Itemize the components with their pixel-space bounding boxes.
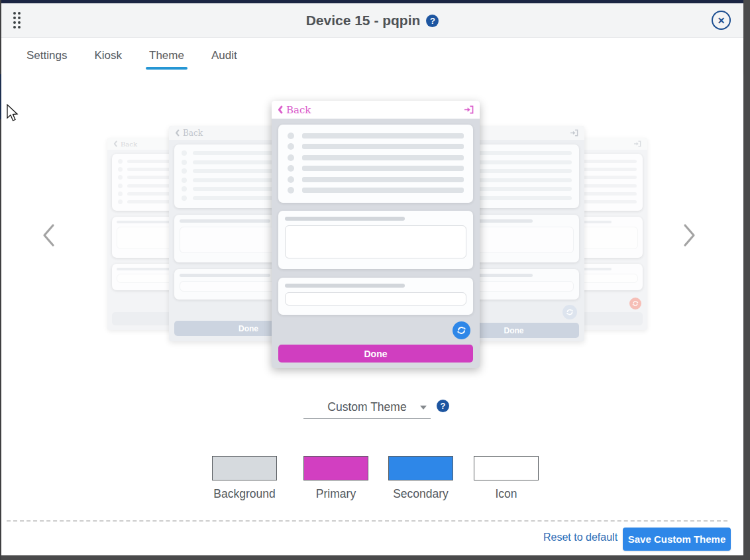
tab-audit[interactable]: Audit: [210, 39, 239, 72]
swatch-primary-box[interactable]: [303, 456, 368, 480]
tab-settings[interactable]: Settings: [25, 39, 68, 72]
modal-header: Device 15 - pqpin ? ✕: [1, 3, 743, 38]
swatch-background-box[interactable]: [212, 456, 277, 480]
swatch-background-label: Background: [212, 487, 277, 501]
skeleton-title: [285, 217, 405, 221]
chevron-left-icon: [175, 129, 180, 137]
title-wrap: Device 15 - pqpin ?: [1, 3, 743, 38]
theme-carousel: Back: [1, 73, 743, 384]
skeleton-title: [117, 221, 170, 223]
chevron-left-icon: [278, 105, 284, 114]
preview-done-button: Done: [278, 345, 473, 363]
chevron-down-icon: [420, 406, 427, 410]
preview-input: [285, 292, 466, 306]
skeleton-title: [117, 268, 170, 270]
chevron-left-icon: [40, 222, 57, 249]
sign-in-icon: [633, 140, 641, 147]
swatch-background: Background: [212, 456, 277, 501]
refresh-icon: [453, 321, 470, 339]
save-custom-theme-button[interactable]: Save Custom Theme: [623, 528, 731, 551]
refresh-icon: [629, 298, 641, 309]
preview-field-card: [278, 278, 473, 315]
swatch-icon-box[interactable]: [474, 456, 539, 480]
theme-panel: Back: [1, 73, 743, 555]
close-icon[interactable]: ✕: [712, 11, 731, 30]
preview-header: Back: [272, 101, 480, 119]
preview-body: Done: [272, 119, 480, 368]
swatch-row: Background Primary Secondary Icon: [1, 456, 743, 509]
chevron-right-icon: [681, 222, 698, 249]
reset-to-default-link[interactable]: Reset to default: [543, 532, 617, 543]
theme-selector-block: Custom Theme ?: [303, 396, 431, 419]
refresh-icon: [562, 305, 577, 319]
skeleton-row: [288, 188, 464, 194]
skeleton-title: [180, 274, 270, 277]
page-title: Device 15 - pqpin: [306, 13, 421, 28]
skeleton-row: [288, 155, 464, 162]
skeleton-row: [288, 144, 464, 150]
theme-preview-active[interactable]: Back: [272, 101, 480, 368]
sign-in-icon: [570, 129, 578, 137]
preview-back-button: Back: [278, 104, 311, 116]
screen: Device 15 - pqpin ? ✕ Settings Kiosk The…: [0, 0, 750, 560]
carousel-prev-button[interactable]: [40, 222, 57, 251]
footer-divider: [7, 520, 727, 522]
skeleton-row: [288, 166, 464, 172]
carousel-next-button[interactable]: [681, 222, 698, 251]
skeleton-title: [180, 219, 270, 223]
chevron-left-icon: [113, 140, 118, 147]
page-bottom-strip: [0, 555, 750, 560]
swatch-primary-label: Primary: [303, 487, 368, 501]
skeleton-row: [288, 133, 464, 140]
swatch-secondary: Secondary: [388, 456, 453, 501]
swatch-secondary-label: Secondary: [388, 487, 453, 501]
preview-list-card: [278, 125, 473, 203]
page-right-strip: [743, 0, 750, 560]
theme-select-value: Custom Theme: [327, 400, 406, 414]
tab-theme[interactable]: Theme: [148, 39, 186, 72]
device-modal: Device 15 - pqpin ? ✕ Settings Kiosk The…: [1, 3, 743, 555]
skeleton-row: [288, 177, 464, 184]
preview-back-button: Back: [175, 129, 203, 138]
swatch-icon-label: Icon: [474, 487, 539, 501]
preview-textarea: [285, 225, 466, 258]
preview-back-button: Back: [113, 140, 137, 148]
sign-in-icon: [464, 105, 474, 114]
swatch-secondary-box[interactable]: [388, 456, 453, 480]
swatch-primary: Primary: [303, 456, 368, 501]
tab-kiosk[interactable]: Kiosk: [93, 39, 123, 72]
swatch-icon: Icon: [474, 456, 539, 501]
skeleton-title: [285, 284, 405, 288]
theme-select[interactable]: Custom Theme: [303, 396, 431, 419]
preview-field-card: [278, 211, 473, 269]
tab-bar: Settings Kiosk Theme Audit: [1, 38, 743, 73]
title-help-icon[interactable]: ?: [426, 15, 439, 27]
theme-help-icon[interactable]: ?: [437, 400, 449, 412]
